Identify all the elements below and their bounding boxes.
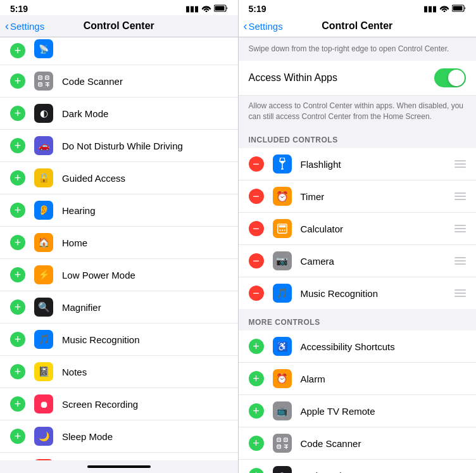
list-item[interactable]: + 👂 Hearing	[0, 194, 238, 227]
toggle-knob	[448, 70, 465, 86]
control-calculator[interactable]: − Calculator	[239, 213, 477, 245]
control-flashlight[interactable]: − Flashlight	[239, 148, 477, 180]
list-item[interactable]: + 🔒 Guided Access	[0, 162, 238, 194]
add-music-recognition[interactable]: +	[10, 332, 25, 347]
nav-title-left: Control Center	[84, 20, 154, 32]
list-item[interactable]: + ⚡ Low Power Mode	[0, 259, 238, 291]
label-music-recognition: Music Recognition	[62, 334, 228, 345]
back-button-left[interactable]: ‹ Settings	[5, 20, 44, 33]
back-label-left: Settings	[10, 21, 44, 32]
included-controls-header: INCLUDED CONTROLS	[239, 127, 477, 148]
icon-notes: 📓	[34, 362, 53, 381]
icon-screen-recording: ⏺	[34, 394, 53, 413]
add-dark-mode[interactable]: +	[10, 106, 25, 121]
drag-calculator[interactable]	[454, 225, 466, 232]
add-btn-partial[interactable]: +	[10, 43, 25, 58]
list-item[interactable]: + ◐ Dark Mode	[0, 98, 238, 130]
more-dark-mode[interactable]: + ◐ Dark Mode	[239, 460, 477, 473]
drag-camera[interactable]	[454, 257, 466, 265]
icon-hearing: 👂	[34, 201, 53, 220]
add-hearing[interactable]: +	[10, 203, 25, 218]
list-item[interactable]: + 🏠 Home	[0, 227, 238, 259]
list-item[interactable]: + 🔊 Sound Recognition	[0, 453, 238, 460]
list-item[interactable]: + ⏺ Screen Recording	[0, 388, 238, 420]
more-alarm[interactable]: + ⏰ Alarm	[239, 363, 477, 395]
add-code-scanner[interactable]: +	[10, 73, 25, 89]
list-item[interactable]: + 🌙 Sleep Mode	[0, 420, 238, 453]
svg-rect-5	[47, 77, 48, 79]
time-right: 5:19	[249, 4, 266, 14]
svg-rect-12	[453, 6, 463, 10]
list-item[interactable]: + 🚗 Do Not Disturb While Driving	[0, 130, 238, 162]
add-accessibility[interactable]: +	[249, 339, 264, 354]
list-item[interactable]: + 🔍 Magnifier	[0, 291, 238, 324]
remove-flashlight[interactable]: −	[249, 156, 264, 172]
label-dark-mode: Dark Mode	[62, 108, 228, 119]
wifi-icon-right	[439, 4, 449, 14]
left-list[interactable]: + 📡 + Code Scanner + ◐ Dark Mode	[0, 37, 238, 460]
svg-point-17	[281, 230, 282, 231]
chevron-icon-right: ‹	[244, 20, 247, 33]
svg-rect-20	[278, 439, 279, 441]
remove-calculator[interactable]: −	[249, 221, 264, 236]
icon-alarm: ⏰	[273, 369, 292, 388]
add-code-scanner-more[interactable]: +	[249, 436, 264, 451]
add-low-power[interactable]: +	[10, 267, 25, 282]
control-timer[interactable]: − ⏰ Timer	[239, 180, 477, 213]
more-controls-header: MORE CONTROLS	[239, 309, 477, 331]
info-text: Swipe down from the top-right edge to op…	[249, 44, 449, 53]
remove-timer[interactable]: −	[249, 189, 264, 204]
add-dark-mode-more[interactable]: +	[249, 468, 264, 473]
add-notes[interactable]: +	[10, 364, 25, 379]
label-appletv: Apple TV Remote	[301, 406, 467, 417]
more-code-scanner[interactable]: + Code Scanner	[239, 427, 477, 460]
add-magnifier[interactable]: +	[10, 300, 25, 315]
remove-music-recognition[interactable]: −	[249, 286, 264, 301]
label-magnifier: Magnifier	[62, 302, 228, 313]
access-within-apps-row: Access Within Apps	[239, 61, 477, 96]
control-camera[interactable]: − 📷 Camera	[239, 245, 477, 277]
right-scroll-area[interactable]: Swipe down from the top-right edge to op…	[239, 37, 477, 473]
add-screen-recording[interactable]: +	[10, 396, 25, 412]
svg-point-16	[279, 230, 280, 231]
more-accessibility[interactable]: + ♿ Accessibility Shortcuts	[239, 331, 477, 363]
add-guided-access[interactable]: +	[10, 170, 25, 186]
status-icons-left: ▮▮▮	[185, 4, 228, 14]
drag-music-recognition[interactable]	[454, 289, 466, 297]
svg-rect-3	[40, 77, 41, 79]
left-items-list: + Code Scanner + ◐ Dark Mode + 🚗 Do Not …	[0, 65, 238, 460]
svg-point-13	[280, 161, 284, 163]
label-notes: Notes	[62, 367, 228, 377]
access-within-apps-toggle[interactable]	[434, 68, 466, 87]
status-bar-left: 5:19 ▮▮▮	[0, 0, 238, 15]
icon-code-scanner	[34, 72, 53, 91]
back-button-right[interactable]: ‹ Settings	[244, 20, 283, 33]
drag-flashlight[interactable]	[454, 160, 466, 168]
label-flashlight: Flashlight	[301, 159, 455, 170]
drag-timer[interactable]	[454, 192, 466, 200]
add-dnd-driving[interactable]: +	[10, 138, 25, 153]
included-controls-list: − Flashlight − ⏰ Timer	[239, 148, 477, 309]
list-item[interactable]: + 📓 Notes	[0, 356, 238, 388]
label-code-scanner-more: Code Scanner	[301, 438, 467, 449]
back-label-right: Settings	[249, 21, 283, 32]
more-appletv-remote[interactable]: + 📺 Apple TV Remote	[239, 395, 477, 427]
label-dark-mode-more: Dark Mode	[301, 470, 467, 473]
icon-music-recognition-inc: 🎵	[273, 284, 292, 303]
add-home[interactable]: +	[10, 235, 25, 250]
list-item[interactable]: + 🎵 Music Recognition	[0, 324, 238, 356]
icon-low-power: ⚡	[34, 265, 53, 284]
home-bar-left	[87, 465, 151, 468]
label-timer: Timer	[301, 191, 455, 202]
control-music-recognition[interactable]: − 🎵 Music Recognition	[239, 277, 477, 309]
add-appletv[interactable]: +	[249, 403, 264, 419]
label-accessibility: Accessibility Shortcuts	[301, 341, 467, 352]
list-item[interactable]: + Code Scanner	[0, 65, 238, 98]
add-sleep-mode[interactable]: +	[10, 429, 25, 444]
battery-icon-left	[214, 4, 228, 14]
info-box-top: Swipe down from the top-right edge to op…	[239, 37, 477, 61]
add-alarm[interactable]: +	[249, 371, 264, 386]
svg-rect-1	[215, 6, 224, 10]
remove-camera[interactable]: −	[249, 253, 264, 268]
icon-partial: 📡	[34, 39, 53, 58]
